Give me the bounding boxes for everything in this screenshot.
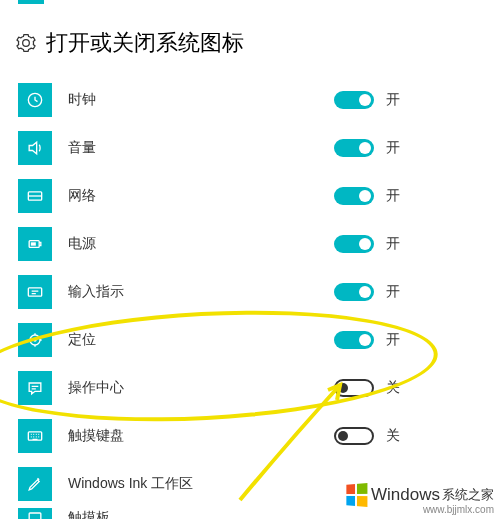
- watermark: Windows 系统之家 www.bjjmlx.com: [339, 480, 500, 519]
- label-ime: 输入指示: [68, 283, 334, 301]
- accent-bar-fragment: [18, 0, 44, 4]
- location-icon: [18, 323, 52, 357]
- state-power: 开: [386, 235, 400, 253]
- touch-keyboard-icon: [18, 419, 52, 453]
- toggle-ime[interactable]: [334, 283, 374, 301]
- input-indicator-icon: [18, 275, 52, 309]
- label-touch-keyboard: 触摸键盘: [68, 427, 334, 445]
- power-icon: [18, 227, 52, 261]
- network-icon: [18, 179, 52, 213]
- gear-icon: [16, 33, 36, 53]
- action-center-icon: [18, 371, 52, 405]
- state-network: 开: [386, 187, 400, 205]
- volume-icon: [18, 131, 52, 165]
- touchpad-icon: [18, 508, 52, 519]
- toggle-clock[interactable]: [334, 91, 374, 109]
- row-network: 网络 开: [18, 172, 500, 220]
- svg-rect-3: [31, 242, 36, 245]
- row-action-center: 操作中心 关: [18, 364, 500, 412]
- state-clock: 开: [386, 91, 400, 109]
- row-clock: 时钟 开: [18, 76, 500, 124]
- label-network: 网络: [68, 187, 334, 205]
- label-clock: 时钟: [68, 91, 334, 109]
- toggle-power[interactable]: [334, 235, 374, 253]
- state-action-center: 关: [386, 379, 400, 397]
- windows-logo-icon: [346, 483, 367, 507]
- toggle-touch-keyboard[interactable]: [334, 427, 374, 445]
- row-ime: 输入指示 开: [18, 268, 500, 316]
- label-volume: 音量: [68, 139, 334, 157]
- row-location: 定位 开: [18, 316, 500, 364]
- watermark-suffix: 系统之家: [442, 486, 494, 504]
- settings-list: 时钟 开 音量 开 网络 开 电源 开: [0, 70, 500, 519]
- page-title: 打开或关闭系统图标: [46, 28, 244, 58]
- label-action-center: 操作中心: [68, 379, 334, 397]
- state-location: 开: [386, 331, 400, 349]
- state-ime: 开: [386, 283, 400, 301]
- toggle-location[interactable]: [334, 331, 374, 349]
- watermark-url: www.bjjmlx.com: [423, 504, 494, 515]
- state-touch-keyboard: 关: [386, 427, 400, 445]
- row-power: 电源 开: [18, 220, 500, 268]
- label-location: 定位: [68, 331, 334, 349]
- svg-rect-4: [28, 288, 41, 296]
- clock-icon: [18, 83, 52, 117]
- toggle-volume[interactable]: [334, 139, 374, 157]
- label-power: 电源: [68, 235, 334, 253]
- row-volume: 音量 开: [18, 124, 500, 172]
- windows-ink-icon: [18, 467, 52, 501]
- state-volume: 开: [386, 139, 400, 157]
- svg-point-6: [33, 338, 36, 341]
- toggle-action-center[interactable]: [334, 379, 374, 397]
- svg-rect-8: [29, 513, 41, 519]
- row-touch-keyboard: 触摸键盘 关: [18, 412, 500, 460]
- watermark-brand: Windows: [371, 485, 440, 505]
- toggle-network[interactable]: [334, 187, 374, 205]
- page-header: 打开或关闭系统图标: [0, 0, 500, 70]
